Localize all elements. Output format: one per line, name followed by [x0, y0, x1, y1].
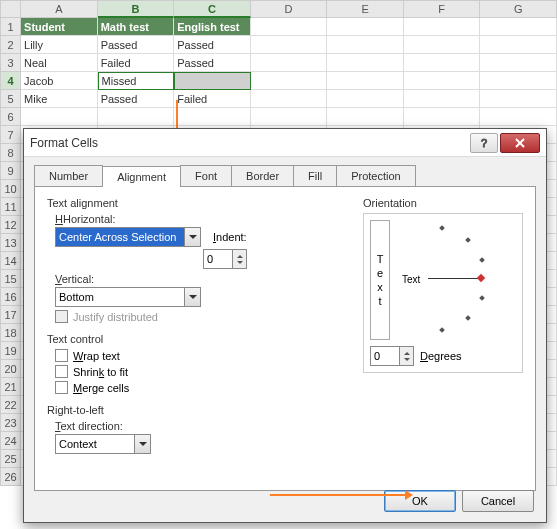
- col-header-b[interactable]: B: [98, 0, 175, 18]
- cell[interactable]: [480, 90, 557, 108]
- row-header[interactable]: 23: [0, 414, 21, 432]
- degrees-spinner[interactable]: [400, 346, 414, 366]
- row-header[interactable]: 5: [0, 90, 21, 108]
- tab-protection[interactable]: Protection: [336, 165, 416, 186]
- cell[interactable]: [480, 18, 557, 36]
- row-header[interactable]: 2: [0, 36, 21, 54]
- col-header-d[interactable]: D: [251, 0, 328, 18]
- tab-fill[interactable]: Fill: [293, 165, 337, 186]
- indent-input[interactable]: [203, 249, 233, 269]
- row-header[interactable]: 20: [0, 360, 21, 378]
- tab-number[interactable]: Number: [34, 165, 103, 186]
- tab-font[interactable]: Font: [180, 165, 232, 186]
- cell[interactable]: [480, 54, 557, 72]
- select-all-corner[interactable]: [0, 0, 21, 18]
- orientation-dial[interactable]: Text: [396, 220, 516, 340]
- cell[interactable]: Failed: [98, 54, 175, 72]
- row-header[interactable]: 4: [0, 72, 21, 90]
- cell[interactable]: [404, 18, 481, 36]
- cell[interactable]: [98, 108, 175, 126]
- orientation-vertical-text[interactable]: T e x t: [370, 220, 390, 340]
- cell[interactable]: [251, 54, 328, 72]
- cell[interactable]: [251, 108, 328, 126]
- cell[interactable]: Passed: [174, 36, 251, 54]
- cell[interactable]: Passed: [98, 36, 175, 54]
- row-header[interactable]: 16: [0, 288, 21, 306]
- cell[interactable]: [251, 18, 328, 36]
- cell[interactable]: [251, 72, 328, 90]
- row-header[interactable]: 22: [0, 396, 21, 414]
- cell[interactable]: [327, 108, 404, 126]
- cell[interactable]: Neal: [21, 54, 98, 72]
- cell[interactable]: [404, 36, 481, 54]
- close-button[interactable]: [500, 133, 540, 153]
- col-header-c[interactable]: C: [174, 0, 251, 18]
- row-header[interactable]: 9: [0, 162, 21, 180]
- horizontal-dropdown-button[interactable]: [185, 227, 201, 247]
- row-header[interactable]: 24: [0, 432, 21, 450]
- cell[interactable]: [174, 108, 251, 126]
- row-header[interactable]: 19: [0, 342, 21, 360]
- horizontal-dropdown[interactable]: [55, 227, 185, 247]
- cell[interactable]: [404, 90, 481, 108]
- cell[interactable]: [404, 72, 481, 90]
- text-direction-dropdown[interactable]: [55, 434, 135, 454]
- row-header[interactable]: 14: [0, 252, 21, 270]
- cell[interactable]: [327, 36, 404, 54]
- cell[interactable]: Failed: [174, 90, 251, 108]
- row-header[interactable]: 15: [0, 270, 21, 288]
- cell[interactable]: [327, 54, 404, 72]
- cell[interactable]: [251, 90, 328, 108]
- cell[interactable]: Student: [21, 18, 98, 36]
- cell[interactable]: [174, 72, 251, 90]
- cancel-button[interactable]: Cancel: [462, 490, 534, 512]
- titlebar[interactable]: Format Cells ?: [24, 129, 546, 157]
- vertical-dropdown-button[interactable]: [185, 287, 201, 307]
- cell[interactable]: [480, 108, 557, 126]
- row-header[interactable]: 13: [0, 234, 21, 252]
- row-header[interactable]: 26: [0, 468, 21, 486]
- cell[interactable]: [21, 108, 98, 126]
- help-button[interactable]: ?: [470, 133, 498, 153]
- tab-border[interactable]: Border: [231, 165, 294, 186]
- cell[interactable]: Passed: [98, 90, 175, 108]
- row-header[interactable]: 12: [0, 216, 21, 234]
- row-header[interactable]: 6: [0, 108, 21, 126]
- row-header[interactable]: 1: [0, 18, 21, 36]
- cell[interactable]: Missed: [98, 72, 175, 90]
- cell[interactable]: Math test: [98, 18, 175, 36]
- row-header[interactable]: 3: [0, 54, 21, 72]
- cell[interactable]: [404, 108, 481, 126]
- row-header[interactable]: 11: [0, 198, 21, 216]
- col-header-g[interactable]: G: [480, 0, 557, 18]
- row-header[interactable]: 25: [0, 450, 21, 468]
- cell[interactable]: Jacob: [21, 72, 98, 90]
- row-header[interactable]: 7: [0, 126, 21, 144]
- degrees-input[interactable]: [370, 346, 400, 366]
- row-header[interactable]: 10: [0, 180, 21, 198]
- tab-alignment[interactable]: Alignment: [102, 166, 181, 187]
- cell[interactable]: Mike: [21, 90, 98, 108]
- col-header-f[interactable]: F: [404, 0, 481, 18]
- wrap-text-checkbox[interactable]: Wrap text: [55, 349, 363, 362]
- row-header[interactable]: 8: [0, 144, 21, 162]
- cell[interactable]: [327, 72, 404, 90]
- cell[interactable]: [251, 36, 328, 54]
- cell[interactable]: Lilly: [21, 36, 98, 54]
- col-header-a[interactable]: A: [21, 0, 98, 18]
- cell[interactable]: [404, 54, 481, 72]
- row-header[interactable]: 21: [0, 378, 21, 396]
- merge-cells-checkbox[interactable]: Merge cells: [55, 381, 363, 394]
- cell[interactable]: English test: [174, 18, 251, 36]
- cell[interactable]: [327, 18, 404, 36]
- col-header-e[interactable]: E: [327, 0, 404, 18]
- row-header[interactable]: 17: [0, 306, 21, 324]
- cell[interactable]: [480, 72, 557, 90]
- cell[interactable]: [327, 90, 404, 108]
- orientation-handle[interactable]: [477, 274, 485, 282]
- row-header[interactable]: 18: [0, 324, 21, 342]
- cell[interactable]: [480, 36, 557, 54]
- shrink-to-fit-checkbox[interactable]: Shrink to fit: [55, 365, 363, 378]
- cell[interactable]: Passed: [174, 54, 251, 72]
- vertical-dropdown[interactable]: [55, 287, 185, 307]
